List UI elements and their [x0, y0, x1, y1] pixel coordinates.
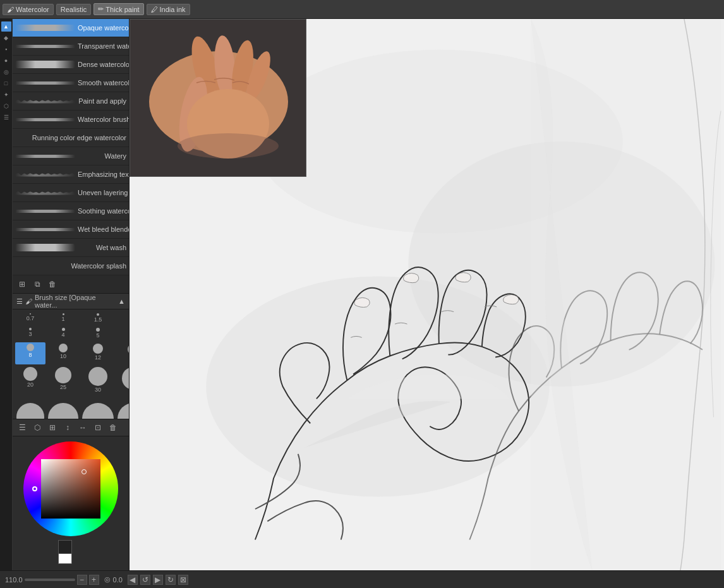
size-dot-5 [96, 328, 100, 332]
zoom-plus-btn[interactable]: + [89, 575, 99, 585]
size-item-10[interactable]: 10 [47, 342, 80, 364]
size-label-1.5: 1.5 [94, 316, 102, 323]
status-bar: 110.0 − + ◎ 0.0 ◀ ↺ ▶ ↻ ⊠ [0, 570, 724, 588]
brush-item-transparent-watercolor[interactable]: Transparent watercolor [13, 37, 129, 56]
select-btn[interactable]: ⊡ [91, 421, 105, 435]
resize-v-btn[interactable]: ↕ [61, 421, 75, 435]
size-item-30[interactable]: 30 [81, 366, 115, 400]
grid-btn[interactable]: ⊞ [45, 421, 59, 435]
size-item-3[interactable]: 3 [15, 327, 45, 341]
zoom-value: 110.0 [5, 576, 23, 584]
brush-item-emphasizing-texture[interactable]: Emphasizing texture [13, 165, 129, 184]
size-item-12[interactable]: 12 [81, 342, 115, 364]
strip-btn-7[interactable]: ✦ [1, 90, 11, 100]
foreground-color-swatch[interactable] [58, 540, 72, 554]
size-item-15[interactable]: 15 [116, 342, 129, 364]
size-item-100[interactable]: 100 [116, 402, 129, 419]
zoom-slider[interactable] [25, 579, 75, 581]
canvas-area[interactable] [130, 19, 724, 570]
strip-btn-8[interactable]: ⬡ [1, 101, 11, 111]
strip-btn-4[interactable]: ● [1, 56, 11, 66]
size-item-20[interactable]: 20 [15, 366, 45, 400]
size-item-5[interactable]: 5 [81, 327, 115, 341]
size-item-70[interactable]: 70 [47, 402, 80, 419]
size-grid: 0.711.522.534567810121517202530405060708… [13, 309, 129, 419]
thick-paint-tab[interactable]: ✏ Thick paint [94, 3, 143, 15]
size-dot-70 [48, 403, 78, 419]
copy-brush-btn[interactable]: ⧉ [30, 277, 44, 291]
strip-btn-9[interactable]: ☰ [1, 112, 11, 123]
brush-preview-wet-wash [15, 241, 78, 254]
size-label-10: 10 [60, 353, 66, 359]
brush-item-wet-bleed-blender[interactable]: Wet bleed blender [13, 220, 129, 239]
size-item-1.5[interactable]: 1.5 [81, 312, 115, 325]
size-dot-4 [62, 328, 65, 331]
brush-item-uneven-layering[interactable]: Uneven layering brush [13, 184, 129, 202]
strip-btn-1[interactable]: ▲ [1, 21, 11, 32]
strip-btn-2[interactable]: ◆ [1, 33, 11, 43]
delete-btn[interactable]: 🗑 [106, 421, 120, 435]
brush-item-watercolor-splash[interactable]: Watercolor splash [13, 257, 129, 275]
size-item-80[interactable]: 80 [81, 402, 115, 419]
size-item-25[interactable]: 25 [47, 366, 80, 400]
size-item-60[interactable]: 60 [15, 402, 45, 419]
size-item-6[interactable]: 6 [116, 327, 129, 341]
strip-btn-6[interactable]: □ [1, 78, 11, 88]
nav-next-fast-btn[interactable]: ↻ [166, 575, 176, 585]
brush-item-opaque-watercolor[interactable]: Opaque watercolor [13, 19, 129, 37]
menu-icon: ☰ [16, 297, 23, 306]
brush-name-uneven-layering: Uneven layering brush [78, 189, 129, 196]
reference-img-placeholder [130, 20, 306, 176]
brush-item-running-color-edge[interactable]: Running color edge watercolor [13, 129, 129, 147]
menu-btn[interactable]: ☰ [15, 421, 29, 435]
color-square[interactable] [41, 459, 100, 519]
color-wheel-container[interactable] [23, 441, 118, 536]
size-item-0.7[interactable]: 0.7 [15, 312, 45, 325]
brush-name-watercolor-splash: Watercolor splash [15, 262, 126, 270]
brush-name-soothing-watercolor: Soothing watercolor [78, 207, 129, 215]
size-item-4[interactable]: 4 [47, 327, 80, 341]
brush-item-smooth-watercolor[interactable]: Smooth watercolor [13, 74, 129, 92]
size-item-1[interactable]: 1 [47, 312, 80, 325]
size-dot-0.7 [30, 313, 31, 315]
color-wheel[interactable] [23, 441, 118, 536]
size-item-8[interactable]: 8 [15, 342, 45, 364]
color-cursor [81, 469, 87, 474]
size-dot-3 [29, 328, 32, 330]
nav-stop-btn[interactable]: ⊠ [178, 575, 188, 585]
size-label-8: 8 [28, 352, 32, 358]
angle-display: ◎ 0.0 [104, 575, 123, 584]
brush-name-emphasizing-texture: Emphasizing texture [78, 171, 129, 178]
brush-item-watery[interactable]: Watery [13, 147, 129, 165]
strip-btn-3[interactable]: ▪ [1, 44, 11, 54]
brush-item-dense-watercolor[interactable]: Dense watercolor [13, 56, 129, 74]
brush-name-watercolor-brush: Watercolor brush [78, 116, 129, 123]
brush-item-watercolor-brush[interactable]: Watercolor brush [13, 111, 129, 129]
india-ink-tab[interactable]: 🖊 India ink [147, 4, 190, 15]
brush-stroke-watercolor-brush [15, 118, 75, 121]
delete-brush-btn[interactable]: 🗑 [45, 277, 59, 291]
brush-item-paint-and-apply[interactable]: Paint and apply [13, 92, 129, 111]
add-brush-btn[interactable]: ⊞ [15, 277, 29, 291]
resize-h-btn[interactable]: ↔ [76, 421, 90, 435]
wheel-cursor [32, 486, 37, 491]
zoom-minus-btn[interactable]: − [77, 575, 87, 585]
size-dot-80 [82, 403, 114, 419]
brush-item-soothing-watercolor[interactable]: Soothing watercolor [13, 202, 129, 220]
brush-preview-paint-and-apply [15, 95, 76, 107]
watercolor-tab[interactable]: 🖌 Watercolor [3, 4, 54, 15]
nav-next-btn[interactable]: ▶ [153, 575, 163, 585]
size-item-2[interactable]: 2 [116, 312, 129, 325]
nav-prev-fast-btn[interactable]: ↺ [140, 575, 150, 585]
realistic-tab[interactable]: Realistic [56, 4, 92, 15]
brush-item-wet-wash[interactable]: Wet wash [13, 239, 129, 257]
scroll-up-icon[interactable]: ▲ [118, 297, 125, 305]
size-label-5: 5 [96, 332, 99, 339]
brush-stroke-smooth-watercolor [15, 81, 75, 85]
size-item-40[interactable]: 40 [116, 366, 129, 400]
nav-prev-btn[interactable]: ◀ [128, 575, 138, 585]
color-btn[interactable]: ⬡ [30, 421, 44, 435]
brush-preview-dense-watercolor [15, 58, 75, 71]
strip-btn-5[interactable]: ◎ [1, 67, 11, 77]
brush-preview-smooth-watercolor [15, 76, 75, 89]
